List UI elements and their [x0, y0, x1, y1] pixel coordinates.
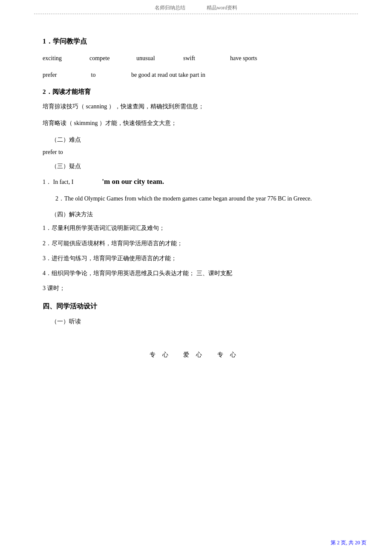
vocab-be-good-at: be good at read out take part in [131, 72, 205, 78]
reading1: 培育掠读技巧（ scanning ），快速查阅，精确找到所需信息； [43, 101, 349, 113]
vocab-prefer: prefer [43, 70, 89, 80]
doubt1-label: 1． [43, 179, 52, 185]
solution-1: 1．尽量利用所学英语词汇说明新词汇及难句； [43, 223, 349, 233]
page-number: 第 2 页, 共 20 页 [331, 539, 366, 546]
section4-title: 四、同学活动设计 [43, 302, 349, 311]
doubt1-prefix: In fact, I [53, 179, 74, 185]
header-text1: 名师归纳总结 [155, 5, 185, 11]
content-area: 1．学问教学点 exciting compete unusual swift h… [34, 16, 358, 389]
sub-section-solutions: （四）解决方法 [43, 211, 349, 218]
solution-3: 3．进行造句练习，培育同学正确使用语言的才能； [43, 253, 349, 264]
vocab-unusual: unusual [136, 53, 183, 64]
doubt1-suffix: 'm on our city team. [102, 177, 164, 186]
sub-section-difficulty: （二）难点 [43, 136, 349, 144]
vocab-to: to [91, 72, 96, 78]
doubt-item-2: 2．The old Olympic Games from which the m… [43, 193, 349, 204]
doubt-item-1: 1． In fact, I 'm on our city team. [43, 175, 349, 189]
vocab-row2: prefer to be good at read out take part … [43, 70, 349, 80]
vocab-compete: compete [89, 53, 136, 64]
vocab-row1: exciting compete unusual swift have spor… [43, 53, 349, 64]
section1-title: 1．学问教学点 [43, 37, 349, 46]
vocab-have-sports: have sports [230, 53, 277, 64]
section2-title: 2．阅读才能培育 [43, 88, 349, 96]
difficulty-word: prefer to [43, 149, 349, 156]
header-text2: 精品word资料 [207, 5, 238, 11]
vocab-swift: swift [183, 53, 230, 64]
page-container: 名师归纳总结 精品word资料 1．学问教学点 exciting compete… [0, 0, 392, 555]
header-watermark: 名师归纳总结 精品word资料 [34, 0, 358, 14]
class-time: 3 课时； [43, 283, 349, 293]
footer-text: 专心 爱心 专心 [43, 351, 349, 359]
sub-section-doubt: （三）疑点 [43, 163, 349, 170]
solution-2: 2．尽可能供应语境材料，培育同学活用语言的才能； [43, 238, 349, 249]
reading2: 培育略读（ skimming ）才能，快速领悟全文大意； [43, 118, 349, 129]
sub-section-listen: （一）听读 [43, 318, 349, 325]
solution-4: 4．组织同学争论，培育同学用英语思维及口头表达才能； 三、课时支配 [43, 268, 349, 279]
vocab-exciting: exciting [43, 53, 89, 64]
